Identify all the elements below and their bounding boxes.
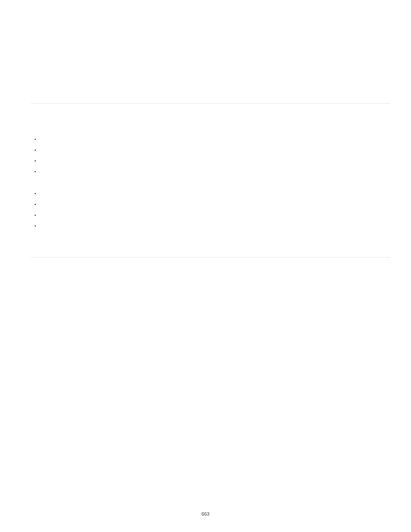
document-content: [31, 103, 391, 258]
bullet-list-2: [31, 188, 391, 231]
page-number: 663: [0, 511, 411, 516]
list-item: [34, 166, 391, 177]
list-item: [34, 156, 391, 166]
list-item: [34, 145, 391, 156]
bullet-section: [31, 104, 391, 240]
list-item: [34, 188, 391, 199]
list-item: [34, 210, 391, 221]
list-item: [34, 134, 391, 145]
bottom-divider: [31, 257, 391, 258]
list-item: [34, 199, 391, 210]
list-item: [34, 221, 391, 231]
list-gap: [31, 177, 391, 188]
bullet-list: [31, 134, 391, 177]
